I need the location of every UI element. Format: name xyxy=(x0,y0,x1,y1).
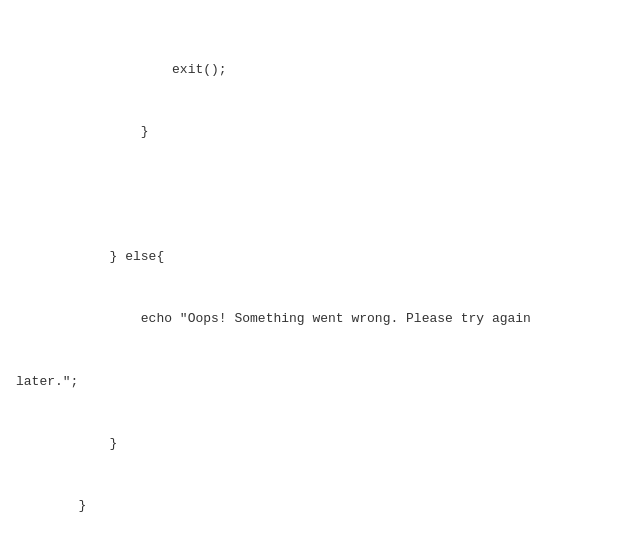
code-line-5: echo "Oops! Something went wrong. Please… xyxy=(0,309,623,330)
code-line-6: later."; xyxy=(0,372,623,393)
code-line-7: } xyxy=(0,434,623,455)
code-line-1: exit(); xyxy=(0,60,623,81)
code-line-4: } else{ xyxy=(0,247,623,268)
code-line-2: } xyxy=(0,122,623,143)
code-line-8: } xyxy=(0,496,623,517)
code-block: exit(); } } else{ echo "Oops! Something … xyxy=(0,10,623,537)
code-line-3 xyxy=(0,184,623,205)
